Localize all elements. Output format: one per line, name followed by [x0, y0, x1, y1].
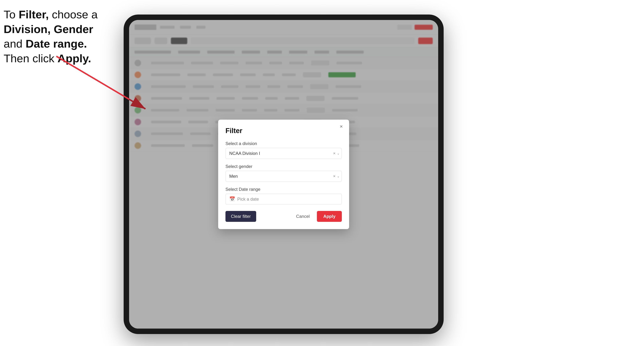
clear-filter-button[interactable]: Clear filter — [226, 211, 256, 222]
filter-bold: Filter, — [19, 8, 49, 21]
gender-form-group: Select gender Men × ⌄ — [226, 164, 342, 182]
instruction-line3: and Date range. — [4, 37, 87, 50]
filter-modal: × Filter Select a division NCAA Division… — [218, 120, 349, 229]
instruction-line4: Then click Apply. — [4, 52, 91, 65]
cancel-button[interactable]: Cancel — [292, 211, 314, 222]
modal-footer: Clear filter Cancel Apply — [226, 211, 342, 222]
calendar-icon: 📅 — [229, 196, 235, 202]
modal-footer-right: Cancel Apply — [292, 211, 342, 222]
modal-overlay: × Filter Select a division NCAA Division… — [129, 20, 438, 329]
instruction-line1: To Filter, choose a — [4, 8, 98, 21]
date-input[interactable]: 📅 Pick a date — [226, 194, 342, 205]
tablet-frame: × Filter Select a division NCAA Division… — [124, 14, 444, 334]
tablet-screen: × Filter Select a division NCAA Division… — [129, 20, 438, 329]
gender-select[interactable]: Men — [226, 171, 342, 182]
division-label: Select a division — [226, 141, 342, 146]
date-label: Select Date range — [226, 187, 342, 192]
gender-select-wrapper[interactable]: Men × ⌄ — [226, 171, 342, 182]
modal-close-button[interactable]: × — [338, 123, 344, 130]
date-form-group: Select Date range 📅 Pick a date — [226, 187, 342, 205]
division-form-group: Select a division NCAA Division I × ⌄ — [226, 141, 342, 159]
division-select-wrapper[interactable]: NCAA Division I × ⌄ — [226, 148, 342, 159]
gender-label: Select gender — [226, 164, 342, 169]
apply-button[interactable]: Apply — [317, 211, 342, 222]
division-gender-bold: Division, Gender — [4, 23, 93, 35]
apply-bold: Apply. — [58, 52, 91, 65]
date-range-bold: Date range. — [26, 37, 87, 50]
instruction-text: To Filter, choose a Division, Gender and… — [4, 7, 109, 66]
modal-title: Filter — [226, 127, 342, 135]
date-placeholder: Pick a date — [237, 197, 259, 202]
division-select[interactable]: NCAA Division I — [226, 148, 342, 159]
